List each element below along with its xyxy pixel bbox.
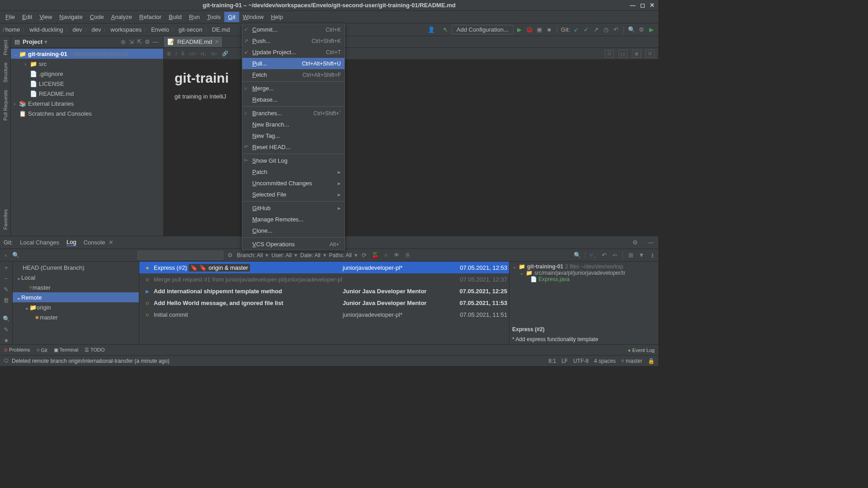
breadcrumb-segment[interactable]: workspaces xyxy=(111,26,142,33)
menu-window[interactable]: Window xyxy=(239,12,267,22)
tab-close-icon[interactable]: ✕ xyxy=(215,39,219,45)
tab-local-changes[interactable]: Local Changes xyxy=(20,239,59,246)
breadcrumb-segment[interactable]: home xyxy=(5,26,20,33)
hierarchy-icon[interactable]: ⑃ xyxy=(382,251,390,259)
maximize-icon[interactable]: ◻ xyxy=(640,2,645,9)
git-menu-item[interactable]: Clone... xyxy=(242,225,344,236)
git-rollback-icon[interactable]: ↶ xyxy=(612,26,620,34)
git-menu-item[interactable]: ↙Update Project...Ctrl+T xyxy=(242,47,344,58)
menu-edit[interactable]: Edit xyxy=(19,12,36,22)
status-indent[interactable]: 4 spaces xyxy=(594,358,616,364)
git-menu-item[interactable]: ⊢Show Git Log xyxy=(242,155,344,166)
debug-icon[interactable]: 🐞 xyxy=(525,26,533,34)
menu-help[interactable]: Help xyxy=(267,12,287,22)
pen-icon[interactable]: ✎ xyxy=(2,325,10,333)
git-menu-item[interactable]: New Branch... xyxy=(242,119,344,130)
user-icon[interactable]: 👤 xyxy=(427,26,435,34)
tab-structure[interactable]: Structure xyxy=(2,59,9,86)
star-icon[interactable]: ★ xyxy=(2,336,10,344)
tab-todo[interactable]: ☰ TODO xyxy=(85,347,104,353)
menu-navigate[interactable]: Navigate xyxy=(56,12,86,22)
menu-view[interactable]: View xyxy=(36,12,56,22)
close-icon[interactable]: ✕ xyxy=(650,2,655,9)
group-icon[interactable]: ⫿ xyxy=(648,251,656,259)
add-icon[interactable]: + xyxy=(2,263,10,272)
run-configuration-selector[interactable]: Add Configuration... xyxy=(452,25,514,34)
delete-icon[interactable]: 🗑 xyxy=(2,296,10,304)
collapse-all-icon[interactable]: ⇱ xyxy=(135,38,143,46)
tab-project[interactable]: Project xyxy=(2,36,9,59)
status-caret-pos[interactable]: 8:1 xyxy=(548,358,556,364)
tab-event-log[interactable]: ● Event Log xyxy=(628,347,655,353)
project-view-icon[interactable]: ▤ xyxy=(14,38,20,45)
code-icon[interactable]: </> xyxy=(189,51,196,56)
menu-build[interactable]: Build xyxy=(165,12,185,22)
edit-icon[interactable]: ✎ xyxy=(2,285,10,293)
project-panel-title[interactable]: Project xyxy=(23,38,42,45)
tab-problems[interactable]: ⊘ Problems xyxy=(4,347,30,353)
run-icon[interactable]: ▶ xyxy=(515,26,524,34)
back-icon[interactable]: ‹ xyxy=(2,251,10,259)
log-search-input[interactable] xyxy=(137,251,223,260)
minimize-icon[interactable]: — xyxy=(630,2,636,9)
grid-icon[interactable]: ⊞ xyxy=(627,251,635,259)
git-menu-item[interactable]: Patch▸ xyxy=(242,166,344,178)
commit-list[interactable]: ●Express (#2) 🔖🔖 origin & masterjuniorja… xyxy=(139,262,509,344)
git-history-icon[interactable]: ◷ xyxy=(602,26,610,34)
commit-row[interactable]: ○Merge pull request #1 from juniorjavade… xyxy=(139,273,509,285)
breadcrumb-segment[interactable]: DE.md xyxy=(212,26,230,33)
tree-row[interactable]: 📋Scratches and Consoles xyxy=(11,108,163,118)
commit-row[interactable]: ▸Add international shippemnt template me… xyxy=(139,285,509,297)
breadcrumb-segment[interactable]: wild-duckling xyxy=(29,26,63,33)
expand-all-icon[interactable]: ⇲ xyxy=(127,38,135,46)
filter-branch[interactable]: Branch: All xyxy=(237,252,263,258)
panel-gear-icon[interactable]: ⚙ xyxy=(631,239,639,247)
git-pull-icon[interactable]: ↙ xyxy=(572,26,580,34)
undo-icon[interactable]: ↶ xyxy=(600,251,608,259)
git-commit-icon[interactable]: ✓ xyxy=(582,26,590,34)
link-icon[interactable]: 🔗 xyxy=(222,51,228,56)
status-encoding[interactable]: UTF-8 xyxy=(573,358,589,364)
git-menu-item[interactable]: ↗Push...Ctrl+Shift+K xyxy=(242,35,344,47)
menu-tools[interactable]: Tools xyxy=(203,12,224,22)
git-menu-item[interactable]: Manage Remotes... xyxy=(242,214,344,225)
branch-tree[interactable]: HEAD (Current Branch) ⌄Local ⑂ master ⌄R… xyxy=(13,262,139,344)
refresh-icon[interactable]: ⟳ xyxy=(360,251,368,259)
git-menu-item[interactable]: VCS OperationsAlt+` xyxy=(242,239,344,250)
breadcrumb-segment[interactable]: dev xyxy=(92,26,101,33)
run-anything-icon[interactable]: ▶ xyxy=(647,26,656,34)
h-up-icon[interactable]: H↑ xyxy=(211,51,217,56)
tab-close-icon[interactable]: ✕ xyxy=(108,239,113,246)
status-lock-icon[interactable]: 🔒 xyxy=(648,358,655,364)
filter-paths[interactable]: Paths: All xyxy=(329,252,352,258)
filter-icon[interactable]: ▼ xyxy=(637,251,646,259)
git-menu-item[interactable]: Selected File▸ xyxy=(242,189,344,200)
git-menu-item[interactable]: Uncommitted Changes▸ xyxy=(242,178,344,189)
split-view-icon[interactable]: ⫿⫿ xyxy=(618,50,627,58)
search-icon[interactable]: 🔍 xyxy=(12,251,20,259)
breadcrumb-segment[interactable]: git-secon xyxy=(179,26,203,33)
git-menu-item[interactable]: ✓Commit...Ctrl+K xyxy=(242,24,344,35)
tree-row[interactable]: 📄.gitignore xyxy=(11,69,163,79)
stop-icon[interactable]: ■ xyxy=(545,26,553,34)
search-icon[interactable]: 🔍 xyxy=(627,26,636,34)
build-hammer-icon[interactable]: ↖ xyxy=(442,26,450,34)
tree-row[interactable]: ›📚External Libraries xyxy=(11,99,163,108)
menu-file[interactable]: File xyxy=(2,12,19,22)
menu-run[interactable]: Run xyxy=(185,12,203,22)
tree-row[interactable]: ›📁src xyxy=(11,59,163,69)
tree-row[interactable]: 📄README.md xyxy=(11,89,163,99)
goto-icon[interactable]: ⎘ xyxy=(404,251,412,259)
tab-console[interactable]: Console xyxy=(84,239,105,246)
editor-view-icon[interactable]: ☰ xyxy=(605,50,614,58)
git-menu-item[interactable]: ⑂Merge... xyxy=(242,83,344,94)
filter-date[interactable]: Date: All xyxy=(300,252,321,258)
tab-terminal[interactable]: ▣ Terminal xyxy=(54,347,78,353)
bold-icon[interactable]: B xyxy=(167,51,171,56)
panel-hide-icon[interactable]: — xyxy=(646,239,655,247)
status-branch[interactable]: ⑂ master xyxy=(621,358,642,364)
git-push-icon[interactable]: ↗ xyxy=(592,26,600,34)
commit-row[interactable]: ○Initial commitjuniorjavadeveloper-pl*07… xyxy=(139,309,509,320)
tree-row[interactable]: ⌄📁git-training-01~/dev/dev/workspaces/E xyxy=(11,49,163,59)
float-view-icon[interactable]: ⧉ xyxy=(646,50,655,58)
